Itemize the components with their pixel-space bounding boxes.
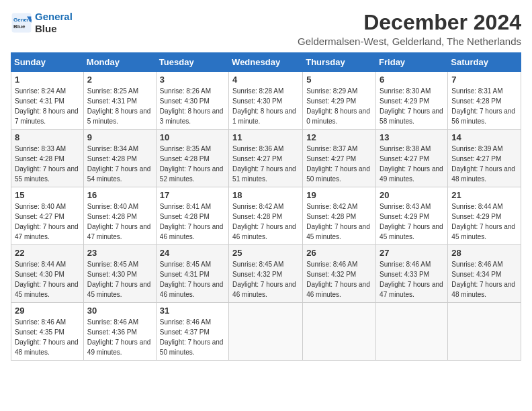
- day-info: Sunrise: 8:26 AMSunset: 4:30 PMDaylight:…: [160, 86, 225, 126]
- day-info: Sunrise: 8:41 AMSunset: 4:28 PMDaylight:…: [160, 201, 225, 242]
- calendar-cell: 31Sunrise: 8:46 AMSunset: 4:37 PMDayligh…: [156, 303, 228, 361]
- day-number: 23: [87, 248, 152, 258]
- calendar-cell: [303, 303, 376, 361]
- day-number: 17: [160, 190, 225, 200]
- day-number: 21: [451, 190, 517, 200]
- day-number: 30: [87, 306, 152, 316]
- calendar-cell: 17Sunrise: 8:41 AMSunset: 4:28 PMDayligh…: [156, 187, 228, 245]
- logo-line2: Blue: [35, 23, 57, 34]
- day-info: Sunrise: 8:46 AMSunset: 4:32 PMDaylight:…: [306, 259, 372, 300]
- calendar-cell: [229, 303, 303, 361]
- calendar-week-3: 15Sunrise: 8:40 AMSunset: 4:27 PMDayligh…: [11, 187, 521, 245]
- day-number: 14: [451, 132, 517, 142]
- calendar-cell: 7Sunrise: 8:31 AMSunset: 4:28 PMDaylight…: [448, 72, 521, 130]
- calendar-cell: 25Sunrise: 8:45 AMSunset: 4:32 PMDayligh…: [229, 245, 303, 303]
- day-info: Sunrise: 8:39 AMSunset: 4:27 PMDaylight:…: [451, 144, 517, 184]
- day-number: 11: [232, 132, 299, 142]
- day-number: 4: [232, 75, 299, 85]
- calendar-week-2: 8Sunrise: 8:33 AMSunset: 4:28 PMDaylight…: [11, 130, 521, 187]
- weekday-header-thursday: Thursday: [303, 53, 376, 72]
- calendar-cell: 12Sunrise: 8:37 AMSunset: 4:27 PMDayligh…: [303, 130, 376, 187]
- day-number: 28: [451, 248, 517, 258]
- day-info: Sunrise: 8:42 AMSunset: 4:28 PMDaylight:…: [232, 201, 299, 242]
- calendar-cell: 9Sunrise: 8:34 AMSunset: 4:28 PMDaylight…: [83, 130, 156, 187]
- day-info: Sunrise: 8:33 AMSunset: 4:28 PMDaylight:…: [15, 144, 80, 184]
- day-info: Sunrise: 8:38 AMSunset: 4:27 PMDaylight:…: [380, 144, 444, 184]
- day-info: Sunrise: 8:46 AMSunset: 4:35 PMDaylight:…: [15, 317, 80, 357]
- calendar-cell: 4Sunrise: 8:28 AMSunset: 4:30 PMDaylight…: [229, 72, 303, 130]
- calendar-cell: 2Sunrise: 8:25 AMSunset: 4:31 PMDaylight…: [83, 72, 156, 130]
- calendar-cell: 16Sunrise: 8:40 AMSunset: 4:28 PMDayligh…: [83, 187, 156, 245]
- day-number: 10: [160, 132, 225, 142]
- day-info: Sunrise: 8:37 AMSunset: 4:27 PMDaylight:…: [306, 144, 372, 184]
- day-number: 26: [306, 248, 372, 258]
- weekday-header-wednesday: Wednesday: [229, 53, 303, 72]
- day-number: 7: [451, 75, 517, 85]
- logo-text: General Blue: [35, 11, 73, 35]
- day-number: 31: [160, 306, 225, 316]
- calendar-cell: 10Sunrise: 8:35 AMSunset: 4:28 PMDayligh…: [156, 130, 228, 187]
- day-info: Sunrise: 8:46 AMSunset: 4:33 PMDaylight:…: [380, 259, 444, 300]
- weekday-header-friday: Friday: [376, 53, 448, 72]
- calendar-cell: 1Sunrise: 8:24 AMSunset: 4:31 PMDaylight…: [11, 72, 84, 130]
- day-info: Sunrise: 8:24 AMSunset: 4:31 PMDaylight:…: [15, 86, 80, 126]
- logo-line1: General: [35, 11, 73, 22]
- day-number: 5: [306, 75, 372, 85]
- calendar-week-1: 1Sunrise: 8:24 AMSunset: 4:31 PMDaylight…: [11, 72, 521, 130]
- day-number: 2: [87, 75, 152, 85]
- calendar-cell: 26Sunrise: 8:46 AMSunset: 4:32 PMDayligh…: [303, 245, 376, 303]
- weekday-header-saturday: Saturday: [448, 53, 521, 72]
- calendar-cell: 8Sunrise: 8:33 AMSunset: 4:28 PMDaylight…: [11, 130, 84, 187]
- calendar-cell: 22Sunrise: 8:44 AMSunset: 4:30 PMDayligh…: [11, 245, 84, 303]
- calendar-cell: 20Sunrise: 8:43 AMSunset: 4:29 PMDayligh…: [376, 187, 448, 245]
- day-info: Sunrise: 8:40 AMSunset: 4:27 PMDaylight:…: [15, 201, 80, 242]
- calendar-week-4: 22Sunrise: 8:44 AMSunset: 4:30 PMDayligh…: [11, 245, 521, 303]
- calendar-week-5: 29Sunrise: 8:46 AMSunset: 4:35 PMDayligh…: [11, 303, 521, 361]
- day-number: 3: [160, 75, 225, 85]
- calendar-cell: 19Sunrise: 8:42 AMSunset: 4:28 PMDayligh…: [303, 187, 376, 245]
- calendar-cell: 6Sunrise: 8:30 AMSunset: 4:29 PMDaylight…: [376, 72, 448, 130]
- calendar-table: SundayMondayTuesdayWednesdayThursdayFrid…: [11, 52, 521, 361]
- day-info: Sunrise: 8:46 AMSunset: 4:37 PMDaylight:…: [160, 317, 225, 357]
- day-info: Sunrise: 8:30 AMSunset: 4:29 PMDaylight:…: [380, 86, 444, 126]
- logo: General Blue General Blue: [11, 11, 73, 35]
- day-number: 24: [160, 248, 225, 258]
- day-info: Sunrise: 8:44 AMSunset: 4:29 PMDaylight:…: [451, 201, 517, 242]
- calendar-cell: 11Sunrise: 8:36 AMSunset: 4:27 PMDayligh…: [229, 130, 303, 187]
- location: Geldermalsen-West, Gelderland, The Nethe…: [298, 36, 521, 47]
- day-info: Sunrise: 8:43 AMSunset: 4:29 PMDaylight:…: [380, 201, 444, 242]
- day-number: 29: [15, 306, 80, 316]
- day-number: 16: [87, 190, 152, 200]
- calendar-cell: 21Sunrise: 8:44 AMSunset: 4:29 PMDayligh…: [448, 187, 521, 245]
- calendar-cell: 3Sunrise: 8:26 AMSunset: 4:30 PMDaylight…: [156, 72, 228, 130]
- day-number: 22: [15, 248, 80, 258]
- day-info: Sunrise: 8:36 AMSunset: 4:27 PMDaylight:…: [232, 144, 299, 184]
- calendar-cell: [376, 303, 448, 361]
- day-info: Sunrise: 8:34 AMSunset: 4:28 PMDaylight:…: [87, 144, 152, 184]
- title-block: December 2024 Geldermalsen-West, Gelderl…: [298, 11, 521, 47]
- calendar-cell: 29Sunrise: 8:46 AMSunset: 4:35 PMDayligh…: [11, 303, 84, 361]
- logo-icon: General Blue: [11, 12, 32, 34]
- day-info: Sunrise: 8:46 AMSunset: 4:36 PMDaylight:…: [87, 317, 152, 357]
- day-number: 20: [380, 190, 444, 200]
- calendar-header-row: SundayMondayTuesdayWednesdayThursdayFrid…: [11, 53, 521, 72]
- day-number: 19: [306, 190, 372, 200]
- day-info: Sunrise: 8:25 AMSunset: 4:31 PMDaylight:…: [87, 86, 152, 126]
- calendar-cell: 15Sunrise: 8:40 AMSunset: 4:27 PMDayligh…: [11, 187, 84, 245]
- day-number: 6: [380, 75, 444, 85]
- weekday-header-monday: Monday: [83, 53, 156, 72]
- day-info: Sunrise: 8:42 AMSunset: 4:28 PMDaylight:…: [306, 201, 372, 242]
- day-info: Sunrise: 8:31 AMSunset: 4:28 PMDaylight:…: [451, 86, 517, 126]
- calendar-cell: 30Sunrise: 8:46 AMSunset: 4:36 PMDayligh…: [83, 303, 156, 361]
- day-info: Sunrise: 8:40 AMSunset: 4:28 PMDaylight:…: [87, 201, 152, 242]
- day-info: Sunrise: 8:45 AMSunset: 4:32 PMDaylight:…: [232, 259, 299, 300]
- calendar-cell: 5Sunrise: 8:29 AMSunset: 4:29 PMDaylight…: [303, 72, 376, 130]
- day-number: 13: [380, 132, 444, 142]
- day-number: 15: [15, 190, 80, 200]
- day-info: Sunrise: 8:35 AMSunset: 4:28 PMDaylight:…: [160, 144, 225, 184]
- calendar-cell: 14Sunrise: 8:39 AMSunset: 4:27 PMDayligh…: [448, 130, 521, 187]
- day-number: 8: [15, 132, 80, 142]
- day-number: 9: [87, 132, 152, 142]
- day-info: Sunrise: 8:44 AMSunset: 4:30 PMDaylight:…: [15, 259, 80, 300]
- weekday-header-sunday: Sunday: [11, 53, 84, 72]
